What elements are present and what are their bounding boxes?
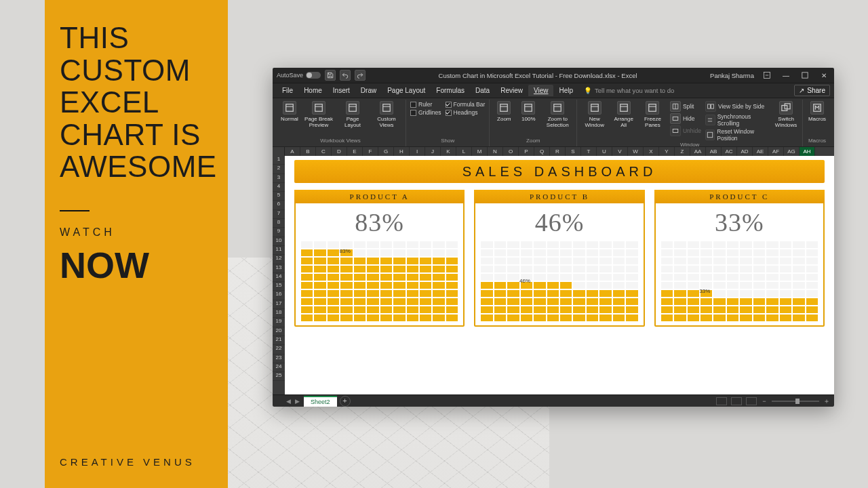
minimize-icon[interactable]: — [780, 70, 792, 80]
column-header[interactable]: AD [737, 147, 753, 156]
view-normal-button[interactable]: Normal [279, 101, 300, 122]
view-custom-views-button[interactable]: Custom Views [372, 101, 401, 128]
ribbon-options-icon[interactable] [761, 70, 773, 80]
column-header[interactable]: N [488, 147, 503, 156]
worksheet-canvas[interactable]: SALES DASHBOARD PRODUCT A83%83%PRODUCT B… [285, 156, 834, 394]
window-new-window-button[interactable]: New Window [581, 101, 608, 128]
menu-tab-home[interactable]: Home [298, 85, 328, 96]
row-header[interactable]: 10 [273, 237, 285, 246]
column-header[interactable]: AC [722, 147, 737, 156]
add-sheet-button[interactable]: + [340, 396, 351, 407]
column-header[interactable]: G [378, 147, 394, 156]
menu-tab-help[interactable]: Help [553, 85, 578, 96]
menu-tab-review[interactable]: Review [495, 85, 528, 96]
zoom-zoom-button[interactable]: Zoom [494, 101, 514, 122]
row-header[interactable]: 20 [273, 327, 285, 336]
macros-button[interactable]: Macros [807, 101, 827, 122]
column-header[interactable]: O [503, 147, 519, 156]
share-button[interactable]: ↗ Share [794, 85, 830, 96]
normal-view-icon[interactable] [716, 397, 727, 405]
row-header[interactable]: 16 [273, 291, 285, 300]
column-header[interactable]: AF [768, 147, 784, 156]
column-header[interactable]: U [597, 147, 612, 156]
zoom-zoom-to-selection-button[interactable]: Zoom to Selection [542, 101, 572, 128]
row-header[interactable]: 25 [273, 372, 285, 381]
zoom-in-icon[interactable]: ＋ [823, 396, 830, 406]
worksheet-area[interactable]: 1234567891011121314151617181920212223242… [273, 156, 834, 394]
split-button[interactable]: Split [670, 101, 701, 112]
save-icon[interactable] [325, 70, 336, 81]
undo-icon[interactable] [340, 70, 351, 81]
menu-tab-draw[interactable]: Draw [355, 85, 382, 96]
close-icon[interactable]: ✕ [818, 70, 830, 80]
maximize-icon[interactable] [799, 70, 811, 80]
gridlines-checkbox[interactable]: Gridlines [410, 109, 441, 116]
zoom-slider[interactable] [772, 401, 819, 402]
tell-me-search[interactable]: 💡 Tell me what you want to do [584, 87, 674, 94]
column-header[interactable]: Q [534, 147, 550, 156]
row-header[interactable]: 2 [273, 165, 285, 174]
column-header[interactable]: M [472, 147, 488, 156]
row-header[interactable]: 6 [273, 201, 285, 209]
menu-tab-formulas[interactable]: Formulas [431, 85, 470, 96]
column-header[interactable]: F [363, 147, 378, 156]
column-header[interactable]: V [612, 147, 628, 156]
column-header[interactable]: K [441, 147, 456, 156]
column-header[interactable]: S [566, 147, 581, 156]
column-header[interactable]: H [394, 147, 410, 156]
sheet-nav-next-icon[interactable]: ▶ [295, 398, 300, 405]
row-header[interactable]: 18 [273, 309, 285, 318]
hide-button[interactable]: Hide [670, 113, 701, 124]
column-header[interactable]: B [300, 147, 316, 156]
row-header[interactable]: 19 [273, 318, 285, 327]
zoom-100--button[interactable]: 100% [518, 101, 538, 122]
column-header[interactable]: AE [753, 147, 768, 156]
row-header[interactable]: 1 [273, 156, 285, 165]
column-header[interactable]: X [644, 147, 659, 156]
menu-tab-page-layout[interactable]: Page Layout [382, 85, 431, 96]
switch-windows-button[interactable]: Switch Windows [774, 101, 798, 128]
row-header[interactable]: 5 [273, 192, 285, 201]
view-page-layout-button[interactable]: Page Layout [338, 101, 368, 128]
row-headers[interactable]: 1234567891011121314151617181920212223242… [273, 156, 285, 394]
row-header[interactable]: 11 [273, 246, 285, 255]
menu-tab-file[interactable]: File [277, 85, 298, 96]
column-header[interactable]: AA [690, 147, 706, 156]
sheet-tab[interactable]: Sheet2 [304, 396, 337, 407]
column-header[interactable]: A [285, 147, 300, 156]
user-name[interactable]: Pankaj Sharma [710, 72, 754, 79]
column-header[interactable]: AG [784, 147, 800, 156]
column-header[interactable]: D [332, 147, 347, 156]
row-header[interactable]: 8 [273, 219, 285, 228]
column-header[interactable]: Y [659, 147, 675, 156]
select-all-corner[interactable] [273, 147, 285, 156]
column-header[interactable]: Z [675, 147, 690, 156]
row-header[interactable]: 12 [273, 255, 285, 264]
column-header[interactable]: I [410, 147, 425, 156]
column-header[interactable]: L [456, 147, 472, 156]
row-header[interactable]: 22 [273, 345, 285, 354]
column-header[interactable]: R [550, 147, 566, 156]
formula-bar-checkbox[interactable]: Formula Bar [446, 101, 486, 108]
page-break-view-icon[interactable] [746, 397, 757, 405]
view-page-break-preview-button[interactable]: Page Break Preview [304, 101, 334, 128]
row-header[interactable]: 24 [273, 363, 285, 372]
column-header[interactable]: AH [800, 147, 815, 156]
row-header[interactable]: 13 [273, 264, 285, 273]
sheet-nav-prev-icon[interactable]: ◀ [286, 398, 291, 405]
ruler-checkbox[interactable]: Ruler [410, 101, 441, 108]
column-header[interactable]: P [519, 147, 534, 156]
menu-tab-insert[interactable]: Insert [328, 85, 355, 96]
row-header[interactable]: 7 [273, 210, 285, 219]
page-layout-view-icon[interactable] [731, 397, 742, 405]
row-header[interactable]: 14 [273, 273, 285, 282]
row-header[interactable]: 17 [273, 300, 285, 309]
row-header[interactable]: 4 [273, 183, 285, 192]
headings-checkbox[interactable]: Headings [446, 109, 486, 116]
row-header[interactable]: 23 [273, 354, 285, 363]
column-header[interactable]: T [581, 147, 597, 156]
column-header[interactable]: C [316, 147, 332, 156]
window-arrange-all-button[interactable]: Arrange All [612, 101, 635, 128]
column-header[interactable]: AB [706, 147, 722, 156]
column-headers[interactable]: ABCDEFGHIJKLMNOPQRSTUVWXYZAAABACADAEAFAG… [273, 146, 834, 156]
